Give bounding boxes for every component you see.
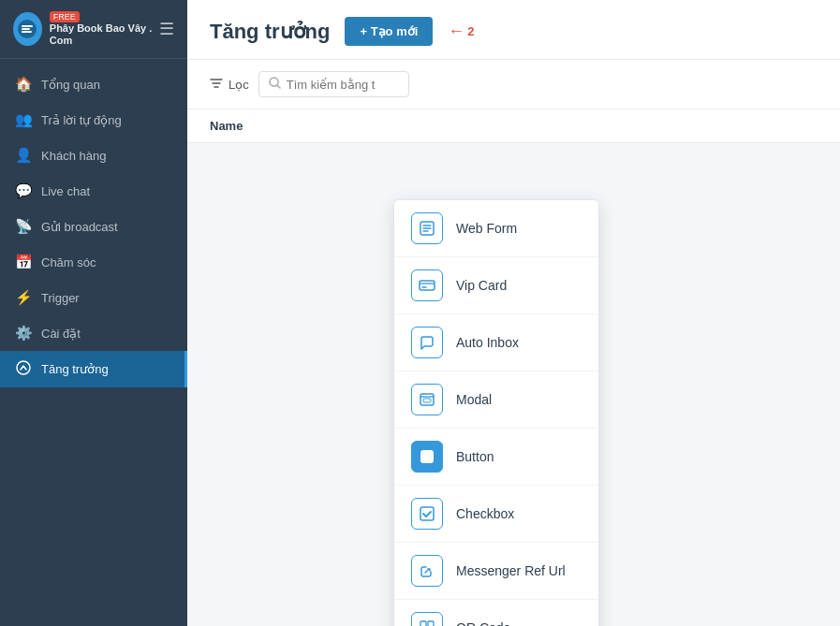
sidebar-item-gui-broadcast[interactable]: 📡 Gửi broadcast (0, 209, 187, 244)
qr-code-icon (411, 612, 443, 626)
dropdown-item-button[interactable]: Button (394, 429, 598, 486)
messenger-ref-label: Messenger Ref Url (456, 563, 566, 578)
dropdown-item-web-form[interactable]: Web Form (394, 200, 598, 257)
sidebar-item-label: Tăng trưởng (41, 362, 109, 376)
modal-icon (411, 384, 443, 415)
dropdown-item-messenger-ref-url[interactable]: Messenger Ref Url (394, 543, 598, 600)
sidebar-item-cai-dat[interactable]: ⚙️ Cài đặt (0, 315, 187, 351)
filter-button[interactable]: Lọc (210, 77, 249, 93)
search-input[interactable] (287, 78, 399, 92)
filter-label: Lọc (228, 78, 249, 92)
vip-card-icon (411, 269, 443, 301)
sidebar-item-tang-truong[interactable]: Tăng trưởng ← 1 (0, 351, 187, 387)
content-area: Web Form Vip Card (187, 143, 840, 626)
checkbox-label: Checkbox (456, 506, 514, 521)
logo-area: FREE Phây Book Bao Vây . Com (13, 11, 159, 47)
vip-card-label: Vip Card (456, 278, 507, 293)
free-badge: FREE (50, 11, 80, 22)
sidebar-item-tong-quan[interactable]: 🏠 Tổng quan (0, 66, 187, 102)
brand-info: FREE Phây Book Bao Vây . Com (50, 11, 159, 47)
svg-rect-4 (420, 281, 435, 290)
dropdown-item-qr-code[interactable]: QR Code (394, 600, 598, 626)
sidebar-item-tra-loi-tu-dong[interactable]: 👥 Trả lời tự động (0, 102, 187, 138)
search-box (258, 71, 409, 97)
svg-rect-7 (420, 450, 434, 463)
sidebar-nav: 🏠 Tổng quan 👥 Trả lời tự động 👤 Khách hà… (0, 59, 187, 626)
dropdown-item-checkbox[interactable]: Checkbox (394, 486, 598, 543)
menu-icon[interactable]: ☰ (159, 19, 174, 39)
svg-rect-9 (420, 621, 426, 626)
filter-icon (210, 77, 223, 93)
settings-icon: ⚙️ (15, 325, 32, 342)
sidebar-item-label: Trả lời tự động (41, 113, 122, 127)
checkbox-icon (411, 498, 443, 530)
create-button[interactable]: + Tạo mới (345, 17, 433, 46)
auto-inbox-icon (411, 327, 443, 358)
sidebar-item-live-chat[interactable]: 💬 Live chat (0, 173, 187, 209)
annotation-2: ← 2 (448, 22, 474, 41)
svg-rect-5 (420, 394, 434, 405)
sidebar-item-khach-hang[interactable]: 👤 Khách hàng (0, 138, 187, 173)
web-form-label: Web Form (456, 221, 517, 236)
modal-label: Modal (456, 392, 492, 407)
table-name-header: Name (187, 109, 840, 143)
sidebar: FREE Phây Book Bao Vây . Com ☰ 🏠 Tổng qu… (0, 0, 187, 626)
messenger-ref-icon (411, 555, 443, 587)
auto-reply-icon: 👥 (15, 111, 32, 128)
sidebar-item-trigger[interactable]: ⚡ Trigger (0, 280, 187, 315)
trigger-icon: ⚡ (15, 289, 32, 306)
svg-rect-10 (428, 621, 434, 626)
logo-icon (13, 12, 42, 46)
broadcast-icon: 📡 (15, 218, 32, 235)
customer-icon: 👤 (15, 147, 32, 164)
button-icon (411, 441, 443, 473)
sidebar-item-label: Chăm sóc (41, 255, 96, 269)
web-form-icon (411, 212, 443, 244)
live-chat-icon: 💬 (15, 182, 32, 199)
button-label: Button (456, 449, 494, 464)
growth-icon (15, 360, 32, 378)
page-title: Tăng trưởng (210, 20, 330, 44)
dropdown-item-modal[interactable]: Modal (394, 371, 598, 429)
toolbar: Lọc (187, 60, 840, 109)
page-header: Tăng trưởng + Tạo mới ← 2 (187, 0, 840, 60)
care-icon: 📅 (15, 254, 32, 270)
brand-name: Phây Book Bao Vây . Com (50, 22, 159, 47)
dropdown-item-vip-card[interactable]: Vip Card (394, 257, 598, 314)
sidebar-header: FREE Phây Book Bao Vây . Com ☰ (0, 0, 187, 59)
home-icon: 🏠 (15, 76, 32, 93)
svg-point-1 (17, 361, 30, 374)
qr-code-label: QR Code (456, 620, 510, 626)
create-dropdown: Web Form Vip Card (393, 199, 599, 626)
search-icon (269, 76, 281, 93)
sidebar-item-label: Live chat (41, 184, 90, 198)
dropdown-item-auto-inbox[interactable]: Auto Inbox ← 3 (394, 314, 598, 371)
main-content: Tăng trưởng + Tạo mới ← 2 Lọc (187, 0, 840, 626)
sidebar-item-label: Trigger (41, 291, 80, 305)
svg-rect-6 (423, 399, 431, 402)
sidebar-item-cham-soc[interactable]: 📅 Chăm sóc (0, 244, 187, 280)
sidebar-item-label: Gửi broadcast (41, 220, 118, 234)
sidebar-item-label: Tổng quan (41, 78, 100, 92)
sidebar-item-label: Khách hàng (41, 149, 106, 163)
auto-inbox-label: Auto Inbox (456, 335, 519, 350)
sidebar-item-label: Cài đặt (41, 327, 81, 341)
